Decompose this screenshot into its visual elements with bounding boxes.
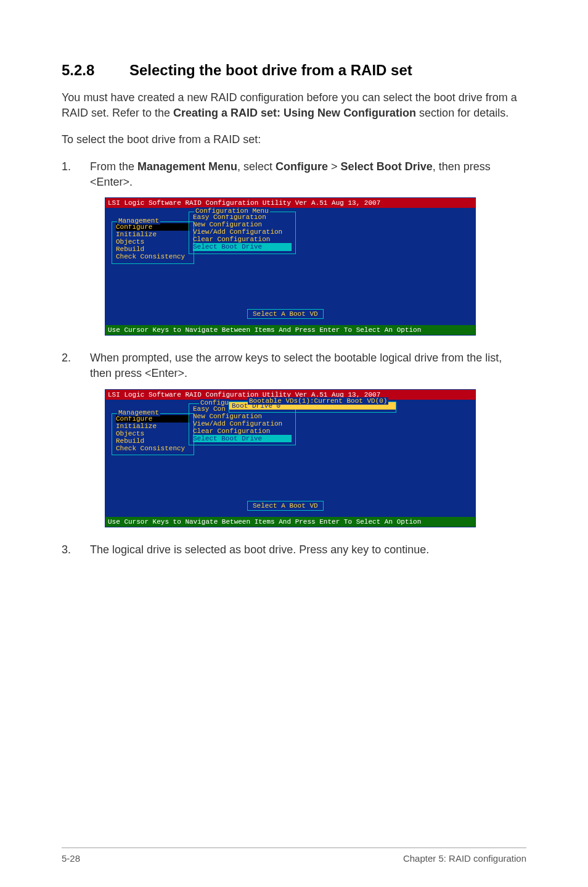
mgmt-item-check-consistency[interactable]: Check Consistency bbox=[116, 253, 190, 260]
bootable-vds-title: Bootable VDs(1):Current Boot VD(0) bbox=[248, 397, 388, 405]
section-heading: 5.2.8Selecting the boot drive from a RAI… bbox=[62, 62, 526, 79]
cfg-item-view-add[interactable]: View/Add Configuration bbox=[193, 420, 292, 427]
page-footer: 5-28 Chapter 5: RAID configuration bbox=[62, 848, 526, 864]
intro-post: section for details. bbox=[416, 107, 508, 119]
step-1-text: > bbox=[328, 160, 341, 173]
bios-console-1: LSI Logic Software RAID Configuration Ut… bbox=[105, 197, 476, 336]
management-menu-title: Management bbox=[117, 409, 160, 416]
step-1: 1. From the Management Menu, select Conf… bbox=[62, 159, 526, 190]
step-2-body: When prompted, use the arrow keys to sel… bbox=[90, 350, 526, 381]
mgmt-item-rebuild[interactable]: Rebuild bbox=[116, 437, 190, 445]
step-1-text: , select bbox=[237, 160, 276, 173]
mgmt-item-objects[interactable]: Objects bbox=[116, 430, 190, 437]
configuration-menu-title-short: Configu bbox=[199, 399, 230, 406]
section-number: 5.2.8 bbox=[62, 62, 129, 79]
mgmt-item-check-consistency[interactable]: Check Consistency bbox=[116, 445, 190, 452]
console-1-top-bar: LSI Logic Software RAID Configuration Ut… bbox=[105, 198, 475, 208]
console-1-bottom-bar: Use Cursor Keys to Navigate Between Item… bbox=[105, 325, 475, 335]
console-1-body: Management Configure Initialize Objects … bbox=[105, 208, 475, 325]
console-2-bottom-bar: Use Cursor Keys to Navigate Between Item… bbox=[105, 517, 475, 527]
step-2-number: 2. bbox=[62, 350, 73, 381]
configuration-menu-box: Configuration Menu Easy Configuration Ne… bbox=[189, 212, 296, 254]
step-3: 3. The logical drive is selected as boot… bbox=[62, 542, 526, 558]
configuration-menu-title: Configuration Menu bbox=[194, 207, 270, 215]
intro-paragraph: You must have created a new RAID configu… bbox=[62, 90, 526, 121]
mgmt-item-initialize[interactable]: Initialize bbox=[116, 423, 190, 430]
cfg-item-select-boot-drive[interactable]: Select Boot Drive bbox=[193, 243, 292, 250]
step-2: 2. When prompted, use the arrow keys to … bbox=[62, 350, 526, 381]
step-3-number: 3. bbox=[62, 542, 73, 558]
step-1-number: 1. bbox=[62, 159, 73, 190]
cfg-item-select-boot-drive[interactable]: Select Boot Drive bbox=[193, 435, 292, 442]
bootable-vds-box: Bootable VDs(1):Current Boot VD(0) Boot … bbox=[229, 402, 396, 413]
management-menu-title: Management bbox=[117, 217, 160, 225]
cfg-item-new[interactable]: New Configuration bbox=[193, 221, 292, 228]
cfg-item-new[interactable]: New Configuration bbox=[193, 413, 292, 420]
step-1-body: From the Management Menu, select Configu… bbox=[90, 159, 526, 190]
management-menu-box: Management Configure Initialize Objects … bbox=[112, 413, 194, 455]
step-3-body: The logical drive is selected as boot dr… bbox=[90, 542, 526, 558]
step-1-bold: Management Menu bbox=[137, 160, 237, 173]
select-boot-vd-box: Select A Boot VD bbox=[247, 309, 324, 319]
mgmt-item-initialize[interactable]: Initialize bbox=[116, 231, 190, 238]
section-title: Selecting the boot drive from a RAID set bbox=[129, 62, 412, 78]
intro-bold: Creating a RAID set: Using New Configura… bbox=[173, 107, 416, 119]
console-2-body: Management Configure Initialize Objects … bbox=[105, 400, 475, 517]
bios-console-2: LSI Logic Software RAID Configuration Ut… bbox=[105, 389, 476, 527]
cfg-item-view-add[interactable]: View/Add Configuration bbox=[193, 228, 292, 236]
lead-paragraph: To select the boot drive from a RAID set… bbox=[62, 132, 526, 147]
step-1-text: From the bbox=[90, 160, 137, 173]
footer-chapter-title: Chapter 5: RAID configuration bbox=[403, 853, 526, 864]
cfg-item-clear[interactable]: Clear Configuration bbox=[193, 236, 292, 243]
footer-page-number: 5-28 bbox=[62, 853, 80, 864]
step-1-bold: Select Boot Drive bbox=[341, 160, 433, 173]
management-menu-box: Management Configure Initialize Objects … bbox=[112, 221, 194, 263]
step-1-bold: Configure bbox=[276, 160, 328, 173]
cfg-item-clear[interactable]: Clear Configuration bbox=[193, 427, 292, 435]
mgmt-item-rebuild[interactable]: Rebuild bbox=[116, 245, 190, 253]
select-boot-vd-box: Select A Boot VD bbox=[247, 501, 324, 511]
mgmt-item-objects[interactable]: Objects bbox=[116, 238, 190, 245]
